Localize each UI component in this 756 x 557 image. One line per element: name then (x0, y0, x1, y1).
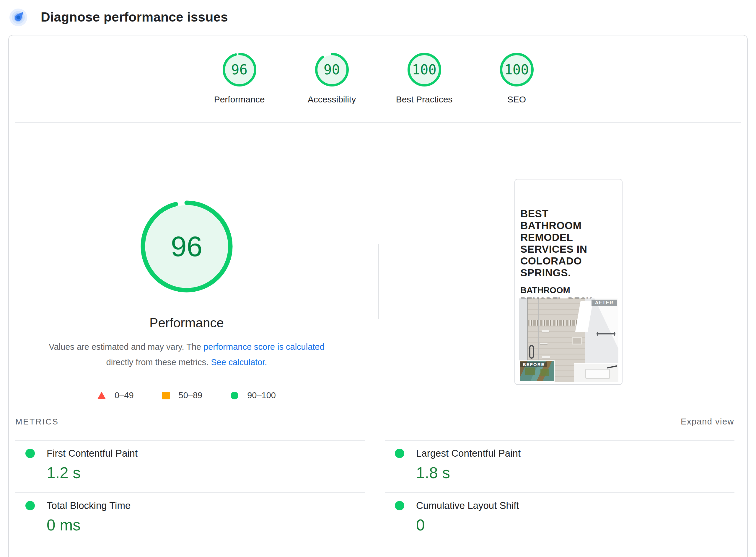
page-header: Diagnose performance issues (0, 0, 756, 27)
metric-name: First Contentful Paint (47, 448, 138, 459)
average-square-icon (162, 392, 170, 400)
performance-gauge: 96 (222, 53, 257, 87)
metric-largest-contentful-paint: Largest Contentful Paint 1.8 s (385, 440, 734, 492)
legend-fail: 0–49 (97, 390, 134, 400)
shower-shelf (542, 356, 550, 358)
performance-overview: 96 Performance Values are estimated and … (9, 123, 747, 415)
performance-main-gauge: 96 (141, 200, 233, 293)
before-badge: BEFORE (520, 361, 547, 367)
see-calculator-link[interactable]: See calculator. (211, 357, 267, 367)
score-best-practices[interactable]: 100 Best Practices (385, 53, 464, 105)
sink (585, 369, 610, 379)
score-value: 100 (407, 53, 442, 87)
score-label: Accessibility (308, 94, 356, 105)
performance-column: 96 Performance Values are estimated and … (37, 123, 336, 400)
bathroom-photo: AFTER BEFORE (519, 298, 618, 382)
pass-dot-icon (25, 449, 35, 458)
metric-cumulative-layout-shift: Cumulative Layout Shift 0 (385, 492, 734, 545)
screenshot-heading: BEST BATHROOM REMODEL SERVICES IN COLORA… (520, 208, 610, 278)
pagespeed-insights-icon (9, 8, 28, 27)
score-accessibility[interactable]: 90 Accessibility (292, 53, 372, 105)
fail-triangle-icon (97, 392, 106, 399)
page-screenshot-thumbnail[interactable]: BEST BATHROOM REMODEL SERVICES IN COLORA… (514, 179, 622, 385)
page-title: Diagnose performance issues (41, 10, 228, 25)
vertical-divider (378, 244, 379, 319)
pass-circle-icon (231, 392, 238, 400)
score-value: 100 (500, 53, 534, 87)
report-card: 96 Performance 90 Accessibility 100 (8, 35, 748, 557)
expand-view-button[interactable]: Expand view (681, 417, 734, 427)
performance-heading: Performance (37, 316, 336, 330)
towel-bar (596, 333, 615, 334)
category-scores-row: 96 Performance 90 Accessibility 100 (9, 35, 747, 105)
metric-value: 0 (416, 516, 734, 534)
shower-niche (572, 337, 582, 345)
metric-name: Total Blocking Time (47, 500, 131, 511)
legend-average: 50–89 (162, 390, 203, 400)
score-label: SEO (507, 94, 526, 105)
score-label: Best Practices (396, 94, 453, 105)
metric-name: Largest Contentful Paint (416, 448, 521, 459)
seo-gauge: 100 (500, 53, 534, 87)
before-photo-detail (525, 368, 535, 375)
shower-shelf (541, 330, 549, 332)
metrics-header: METRICS Expand view (9, 415, 747, 427)
description-text: directly from these metrics. (106, 357, 211, 367)
shower-door-handle (529, 345, 534, 359)
accessibility-gauge: 90 (315, 53, 349, 87)
pass-dot-icon (395, 449, 404, 458)
legend-range: 50–89 (179, 390, 203, 400)
performance-description: Values are estimated and may vary. The p… (37, 339, 336, 370)
score-seo[interactable]: 100 SEO (477, 53, 557, 105)
metrics-title: METRICS (16, 417, 59, 427)
pass-dot-icon (395, 501, 404, 510)
score-value: 90 (315, 53, 349, 87)
legend-pass: 90–100 (231, 390, 276, 400)
legend-range: 0–49 (115, 390, 134, 400)
calculated-link[interactable]: performance score is calculated (203, 342, 324, 352)
pass-dot-icon (25, 501, 35, 510)
metric-value: 1.2 s (47, 464, 365, 482)
best-practices-gauge: 100 (407, 53, 442, 87)
score-value: 96 (222, 53, 257, 87)
score-performance[interactable]: 96 Performance (200, 53, 279, 105)
legend-range: 90–100 (247, 390, 276, 400)
performance-score-value: 96 (141, 200, 233, 293)
score-legend: 0–49 50–89 90–100 (37, 390, 336, 400)
metric-first-contentful-paint: First Contentful Paint 1.2 s (16, 440, 365, 492)
metric-value: 0 ms (47, 516, 365, 534)
metrics-grid: First Contentful Paint 1.2 s Largest Con… (9, 440, 747, 545)
metric-total-blocking-time: Total Blocking Time 0 ms (16, 492, 365, 545)
metric-name: Cumulative Layout Shift (416, 500, 519, 511)
metric-value: 1.8 s (416, 464, 734, 482)
description-text: Values are estimated and may vary. The (49, 342, 203, 352)
shower-shelf (540, 343, 548, 344)
score-label: Performance (214, 94, 265, 105)
before-inset-photo: BEFORE (519, 360, 555, 382)
before-photo-detail (540, 369, 549, 376)
after-badge: AFTER (591, 300, 617, 306)
